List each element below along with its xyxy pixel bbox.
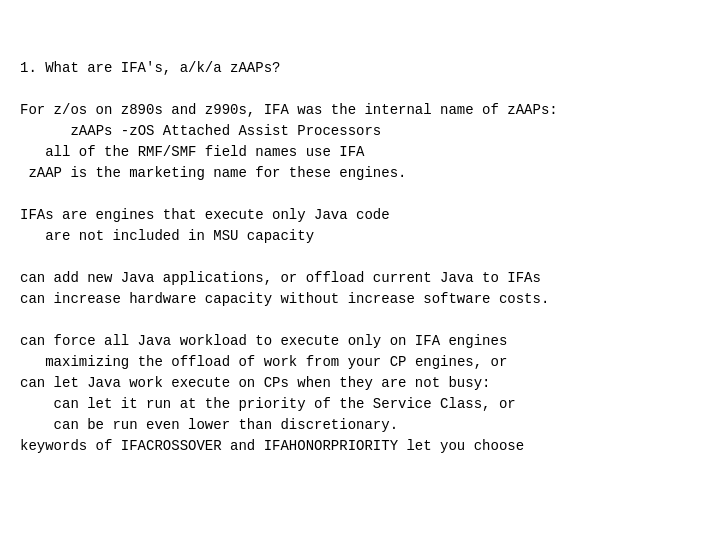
text-line [20, 184, 700, 205]
text-line: are not included in MSU capacity [20, 226, 700, 247]
text-line [20, 310, 700, 331]
text-line: IFAs are engines that execute only Java … [20, 205, 700, 226]
text-line: can be run even lower than discretionary… [20, 415, 700, 436]
text-line: For z/os on z890s and z990s, IFA was the… [20, 100, 700, 121]
text-line: 1. What are IFA's, a/k/a zAAPs? [20, 58, 700, 79]
text-line: all of the RMF/SMF field names use IFA [20, 142, 700, 163]
text-line: maximizing the offload of work from your… [20, 352, 700, 373]
text-line: can let Java work execute on CPs when th… [20, 373, 700, 394]
text-line: can add new Java applications, or offloa… [20, 268, 700, 289]
text-line: keywords of IFACROSSOVER and IFAHONORPRI… [20, 436, 700, 457]
text-line: can increase hardware capacity without i… [20, 289, 700, 310]
text-line [20, 247, 700, 268]
text-line: zAAPs -zOS Attached Assist Processors [20, 121, 700, 142]
text-line: can force all Java workload to execute o… [20, 331, 700, 352]
text-body: 1. What are IFA's, a/k/a zAAPs? For z/os… [20, 58, 700, 457]
text-line [20, 79, 700, 100]
text-line: zAAP is the marketing name for these eng… [20, 163, 700, 184]
main-content: 1. What are IFA's, a/k/a zAAPs? For z/os… [20, 16, 700, 478]
text-line: can let it run at the priority of the Se… [20, 394, 700, 415]
